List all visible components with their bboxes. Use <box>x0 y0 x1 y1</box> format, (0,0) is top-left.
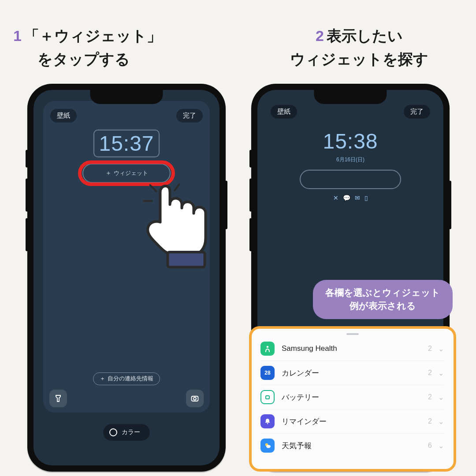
chevron-down-icon: ⌄ <box>438 393 444 402</box>
battery-icon <box>260 390 275 404</box>
tap-hand-icon <box>140 182 213 271</box>
bell-icon <box>260 414 275 428</box>
health-icon <box>260 342 275 356</box>
phone-icon: ▯ <box>364 194 368 201</box>
color-button[interactable]: カラー <box>103 424 150 441</box>
chevron-down-icon: ⌄ <box>438 369 444 377</box>
sheet-grabber-icon[interactable] <box>346 333 359 335</box>
weather-icon <box>260 439 275 453</box>
step-1-line1: 「＋ウィジェット」 <box>24 27 162 44</box>
clock-time: 15:37 <box>99 131 154 156</box>
widget-row-battery[interactable]: バッテリー 2 ⌄ <box>261 385 444 409</box>
svg-line-2 <box>175 184 179 190</box>
add-widget-button[interactable]: ＋ ウィジェット <box>82 164 171 183</box>
add-contact-button[interactable]: ＋ 自分の連絡先情報 <box>93 372 160 385</box>
clock-slot[interactable]: 15:37 <box>93 130 159 157</box>
camera-icon[interactable] <box>186 390 204 407</box>
lockscreen-editor: 壁紙 完了 15:37 ＋ ウィジェット <box>43 101 210 413</box>
widget-slot[interactable] <box>300 170 401 189</box>
phone-left: 壁紙 完了 15:37 ＋ ウィジェット <box>27 84 226 472</box>
wallpaper-button[interactable]: 壁紙 <box>50 109 77 123</box>
flashlight-icon[interactable] <box>49 390 67 407</box>
svg-line-1 <box>150 185 156 191</box>
calendar-date: 28 <box>264 370 270 376</box>
step-2-line2: ウィジェットを探す <box>290 51 428 67</box>
widget-count: 2 <box>428 417 432 425</box>
widget-count: 2 <box>428 345 432 353</box>
mail-icon: ✉ <box>355 194 360 201</box>
widget-name: Samsung Health <box>282 344 428 353</box>
step-2-line1: 表示したい <box>327 27 403 44</box>
color-label: カラー <box>122 428 140 436</box>
step-1-heading: 1「＋ウィジェット」 をタップする <box>13 24 234 71</box>
calendar-icon: 28 <box>260 366 275 380</box>
clock-time: 15:38 <box>323 129 378 153</box>
widget-count: 2 <box>428 393 432 401</box>
widget-count: 6 <box>428 442 432 450</box>
svg-rect-7 <box>266 396 269 399</box>
plus-icon: ＋ <box>100 375 105 383</box>
widget-name: リマインダー <box>282 416 428 427</box>
svg-point-10 <box>266 445 271 448</box>
widget-row-health[interactable]: Samsung Health 2 ⌄ <box>252 337 454 361</box>
widget-row-reminder[interactable]: リマインダー 2 ⌄ <box>261 409 444 433</box>
step-2-number: 2 <box>316 27 324 44</box>
chevron-down-icon: ⌄ <box>438 345 444 353</box>
chevron-down-icon: ⌄ <box>438 417 444 426</box>
step-2-heading: 2表示したい ウィジェットを探す <box>251 24 467 71</box>
widget-row-weather[interactable]: 天気予報 6 ⌄ <box>261 433 444 457</box>
widget-name: カレンダー <box>282 368 428 378</box>
contact-label: 自分の連絡先情報 <box>108 375 153 383</box>
chat-icon: 💬 <box>343 194 350 201</box>
notification-icons: ✕ 💬 ✉ ▯ <box>333 194 368 201</box>
callout-line1: 各欄を選ぶとウィジェット <box>325 287 440 298</box>
widget-name: 天気予報 <box>282 441 428 451</box>
svg-point-8 <box>267 423 268 424</box>
callout-bubble: 各欄を選ぶとウィジェット 例が表示される <box>313 280 453 319</box>
wallpaper-button[interactable]: 壁紙 <box>271 105 297 119</box>
step-1-number: 1 <box>13 27 22 44</box>
done-button[interactable]: 完了 <box>404 105 430 119</box>
widget-name: バッテリー <box>282 392 428 402</box>
date-label: 6月16日(日) <box>336 156 364 164</box>
widget-row-calendar[interactable]: 28 カレンダー 2 ⌄ <box>261 361 444 385</box>
callout-line2: 例が表示される <box>350 301 416 311</box>
svg-rect-0 <box>168 252 205 267</box>
chevron-down-icon: ⌄ <box>438 442 444 450</box>
widget-count: 2 <box>428 369 432 377</box>
svg-point-6 <box>267 346 269 348</box>
color-ring-icon <box>109 428 117 436</box>
done-button[interactable]: 完了 <box>176 109 203 123</box>
svg-point-5 <box>193 398 196 400</box>
step-1-line2: をタップする <box>37 51 130 67</box>
widget-picker-sheet[interactable]: Samsung Health 2 ⌄ 28 カレンダー 2 ⌄ バッテリー 2 … <box>249 326 456 472</box>
missed-call-icon: ✕ <box>333 194 338 201</box>
